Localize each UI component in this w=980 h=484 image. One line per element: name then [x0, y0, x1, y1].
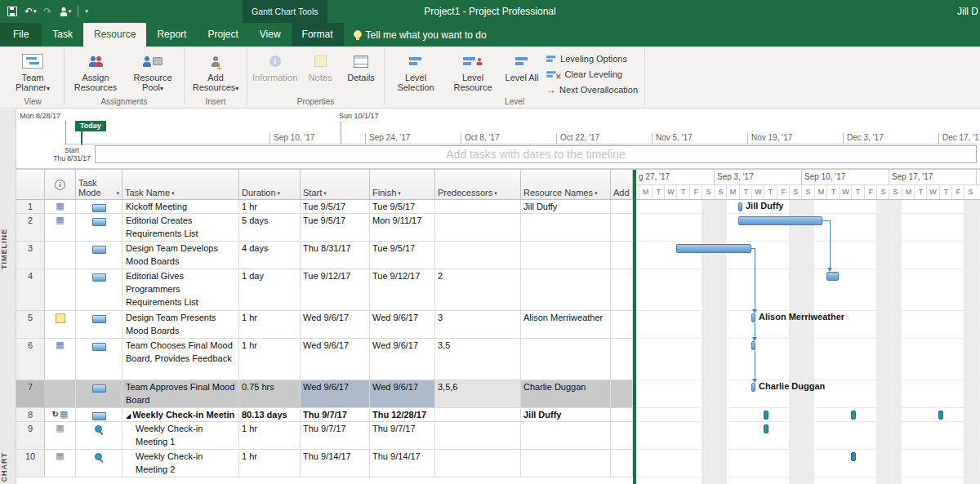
redo-button[interactable] — [42, 4, 55, 19]
milestone-bar[interactable] — [764, 411, 768, 420]
filter-arrow-icon[interactable] — [323, 190, 327, 197]
tab-view[interactable]: View — [249, 23, 292, 47]
cell-task-name[interactable]: Design Team Presents Mood Boards — [122, 311, 239, 339]
cell-indicators[interactable] — [45, 450, 76, 477]
cell-add-new-column[interactable] — [611, 242, 633, 269]
timeline-pane-label[interactable]: TIMELINE — [0, 224, 16, 274]
cell-finish[interactable]: Thu 9/7/17 — [370, 422, 435, 450]
timeline-pane[interactable]: Mon 8/28/17 Sun 10/1/17 Today Sep 10, '1… — [16, 109, 980, 168]
cell-start[interactable]: Thu 9/7/17 — [301, 422, 370, 450]
cell-duration[interactable]: 1 hr — [239, 200, 301, 214]
gantt-pane-label[interactable]: GANTT CHART — [0, 434, 16, 484]
tab-format[interactable]: Format — [292, 23, 344, 47]
cell-duration[interactable]: 80.13 days — [239, 408, 301, 422]
cell-task-mode[interactable] — [76, 200, 122, 214]
cell-predecessors[interactable] — [435, 450, 521, 477]
filter-arrow-icon[interactable] — [172, 190, 175, 197]
cell-resource-names[interactable] — [521, 214, 611, 242]
cell-task-name[interactable]: Weekly Check-in Meeting 2 — [122, 450, 239, 477]
cell-task-mode[interactable] — [76, 311, 122, 339]
cell-duration[interactable]: 1 hr — [239, 311, 301, 339]
cell-task-name[interactable]: Weekly Check-in Meetin — [122, 408, 239, 422]
cell-add-new-column[interactable] — [611, 311, 633, 339]
cell-duration[interactable]: 1 hr — [239, 339, 301, 380]
add-resources-button[interactable]: Add Resources — [187, 49, 244, 95]
cell-resource-names[interactable] — [521, 422, 611, 450]
cell-finish[interactable]: Wed 9/6/17 — [370, 339, 435, 380]
gantt-bar[interactable] — [738, 216, 822, 225]
cell-predecessors[interactable]: 3,5 — [435, 339, 521, 380]
cell-task-name[interactable]: Kickoff Meeting — [122, 200, 239, 214]
cell-finish[interactable]: Mon 9/11/17 — [370, 214, 435, 242]
next-overallocation-button[interactable]: Next Overallocation — [542, 82, 642, 97]
cell-finish[interactable]: Wed 9/6/17 — [370, 311, 435, 339]
column-header-name[interactable]: Task Name — [122, 170, 239, 199]
resource-pool-button[interactable]: Resource Pool — [124, 49, 181, 95]
cell-predecessors[interactable]: 3,5,6 — [435, 380, 521, 408]
cell-finish[interactable]: Wed 9/6/17 — [370, 380, 435, 408]
gantt-bar[interactable] — [676, 244, 751, 253]
cell-start[interactable]: Tue 9/12/17 — [301, 269, 370, 311]
cell-task-name[interactable]: Team Approves Final Mood Board — [122, 380, 239, 408]
row-number[interactable]: 3 — [16, 242, 45, 269]
user-name[interactable]: Jill D — [957, 0, 978, 23]
leveling-options-button[interactable]: Leveling Options — [542, 51, 642, 66]
cell-resource-names[interactable]: Charlie Duggan — [521, 380, 611, 408]
cell-indicators[interactable] — [45, 214, 76, 242]
cell-predecessors[interactable] — [435, 422, 521, 450]
column-header-duration[interactable]: Duration — [239, 170, 301, 199]
customize-qat-button[interactable] — [82, 7, 91, 16]
assign-resources-button[interactable]: Assign Resources — [67, 49, 124, 93]
timeline-band[interactable]: Add tasks with dates to the timeline — [95, 145, 977, 163]
cell-task-name[interactable]: Design Team Develops Mood Boards — [122, 242, 239, 269]
row-number[interactable]: 5 — [16, 311, 45, 339]
cell-add-new-column[interactable] — [611, 380, 633, 408]
cell-duration[interactable]: 1 hr — [239, 450, 301, 477]
clear-leveling-button[interactable]: Clear Leveling — [542, 66, 642, 82]
cell-duration[interactable]: 1 hr — [239, 422, 301, 450]
level-resource-button[interactable]: Level Resource — [444, 49, 501, 93]
cell-add-new-column[interactable] — [611, 200, 633, 214]
cell-task-mode[interactable] — [76, 380, 122, 408]
row-number[interactable]: 6 — [16, 339, 45, 380]
cell-add-new-column[interactable] — [611, 339, 633, 380]
column-header-mode[interactable]: Task Mode — [76, 170, 122, 199]
cell-finish[interactable]: Tue 9/5/17 — [370, 200, 435, 214]
cell-duration[interactable]: 0.75 hrs — [239, 380, 301, 408]
save-button[interactable] — [5, 5, 20, 18]
milestone-bar[interactable] — [764, 424, 768, 433]
milestone-bar[interactable] — [851, 452, 856, 461]
cell-task-name[interactable]: Team Chooses Final Mood Board, Provides … — [122, 339, 239, 380]
cell-predecessors[interactable] — [435, 200, 521, 214]
cell-start[interactable]: Wed 9/6/17 — [301, 380, 370, 408]
gantt-bar[interactable] — [738, 202, 742, 211]
cell-duration[interactable]: 5 days — [239, 214, 301, 242]
cell-add-new-column[interactable] — [611, 422, 633, 450]
information-button[interactable]: Information — [250, 49, 300, 83]
cell-indicators[interactable] — [45, 339, 76, 380]
gantt-bar[interactable] — [826, 272, 839, 281]
column-header-finish[interactable]: Finish — [370, 170, 435, 199]
cell-add-new-column[interactable] — [611, 269, 633, 311]
cell-start[interactable]: Wed 9/6/17 — [301, 339, 370, 380]
row-number[interactable]: 1 — [16, 200, 45, 214]
cell-indicators[interactable] — [45, 269, 76, 311]
cell-predecessors[interactable]: 2 — [435, 269, 521, 311]
tab-task[interactable]: Task — [42, 23, 83, 47]
column-header-start[interactable]: Start — [301, 170, 370, 199]
row-number[interactable]: 10 — [16, 450, 45, 477]
cell-indicators[interactable] — [45, 380, 76, 408]
cell-predecessors[interactable] — [435, 242, 521, 269]
gantt-bar[interactable] — [751, 341, 755, 350]
filter-arrow-icon[interactable] — [398, 190, 401, 197]
tab-report[interactable]: Report — [146, 23, 197, 47]
level-all-button[interactable]: Level All — [501, 49, 542, 83]
cell-resource-names[interactable] — [521, 269, 611, 311]
cell-add-new-column[interactable] — [611, 450, 633, 477]
filter-arrow-icon[interactable] — [494, 190, 497, 197]
cell-resource-names[interactable]: Jill Duffy — [521, 408, 611, 422]
cell-resource-names[interactable] — [521, 450, 611, 477]
cell-start[interactable]: Tue 9/5/17 — [301, 200, 370, 214]
cell-predecessors[interactable]: 3 — [435, 311, 521, 339]
cell-indicators[interactable] — [45, 200, 76, 214]
